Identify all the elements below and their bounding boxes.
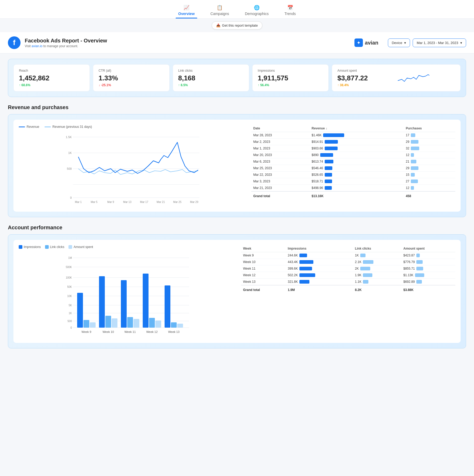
- purchases-bar: [411, 179, 418, 183]
- week-label: Week 10: [241, 259, 286, 265]
- nav-item-overview[interactable]: 📈Overview: [176, 3, 197, 18]
- amount-spent-value: $776.79: [401, 259, 455, 265]
- revenue-bar: [325, 166, 333, 170]
- link-clicks-value: 2K: [353, 265, 401, 272]
- amount-spent-value: $423.87: [401, 252, 455, 259]
- facebook-icon: f: [8, 36, 21, 49]
- revenue-date: Mar 22, 2023: [251, 172, 310, 178]
- svg-text:Mar 1: Mar 1: [75, 201, 82, 203]
- revenue-value: $903.66: [309, 145, 404, 152]
- date-range-label: Mar 1, 2023 - Mar 31, 2023: [417, 41, 458, 45]
- purchases-value: 12: [404, 185, 455, 192]
- revenue-bar: [323, 133, 344, 137]
- account-panel: ImpressionsLink clicksAmount spent: [8, 234, 466, 348]
- kpi-card-ctr-(all): CTR (all) 1.33% ↓ -25.1%: [93, 64, 169, 91]
- sparkline-svg: [372, 71, 455, 85]
- demographics-nav-icon: 🌐: [254, 5, 260, 11]
- revenue-date: Mar 25, 2023: [251, 165, 310, 172]
- revenue-bar: [325, 160, 334, 163]
- purchases-value: 27: [404, 178, 455, 185]
- revenue-value: $518.71: [309, 178, 404, 185]
- grand-total-row: Grand total $13.16K 458: [251, 191, 455, 199]
- purchases-bar: [411, 140, 418, 144]
- revenue-value: $890: [309, 152, 404, 158]
- legend-line-dashed: [45, 127, 51, 127]
- kpi-change: ↑ 68.6%: [19, 83, 84, 87]
- grand-total-spent: $3.88K: [401, 285, 455, 293]
- kpi-change: ↓ -25.1%: [98, 83, 164, 87]
- spent-bar: [416, 267, 423, 270]
- kpi-change: ↑ 38.4%: [337, 83, 368, 87]
- grand-total-label: Grand total: [241, 285, 286, 293]
- revenue-value: $498.96: [309, 185, 404, 192]
- nav-item-campaigns[interactable]: 📋Campaigns: [208, 3, 232, 18]
- svg-text:Mar 21: Mar 21: [157, 201, 165, 203]
- revenue-bar: [325, 173, 332, 177]
- svg-text:500: 500: [67, 167, 72, 170]
- table-row: Week 11 399.6K 2K $855.71: [241, 265, 455, 272]
- account-table-header: Impressions: [286, 245, 353, 252]
- nav-item-demographics[interactable]: 🌐Demographics: [242, 3, 271, 18]
- impressions-value: 321.8K: [286, 279, 353, 285]
- date-range-dropdown[interactable]: Mar 1, 2023 - Mar 31, 2023 ▾: [413, 38, 466, 47]
- legend-dot: [19, 245, 22, 249]
- link-clicks-value: 2.1K: [353, 259, 401, 265]
- kpi-value: 8,168: [178, 74, 244, 82]
- nav-item-trends[interactable]: 📅Trends: [282, 3, 298, 18]
- account-table-header: Week: [241, 245, 286, 252]
- purchases-bar: [411, 173, 415, 177]
- overview-nav-icon: 📈: [184, 5, 189, 11]
- amount-spent-value: $855.71: [401, 265, 455, 272]
- avian-logo-icon: ✦: [354, 38, 363, 47]
- revenue-date: Mar 6, 2023: [251, 158, 310, 165]
- report-subtitle: Visit avian.io to manage your account.: [25, 44, 345, 48]
- kpi-label: CTR (all): [98, 69, 164, 72]
- grand-total-impressions: 1.9M: [286, 285, 353, 293]
- template-button-label: Get this report template: [222, 23, 258, 27]
- demographics-nav-label: Demographics: [245, 12, 269, 16]
- svg-text:5K: 5K: [69, 304, 72, 307]
- svg-text:0: 0: [70, 326, 72, 329]
- impressions-bar: [299, 273, 315, 277]
- chevron-down-icon: ▾: [404, 41, 406, 45]
- revenue-chart-area: Revenue Revenue (previous 31 days): [19, 125, 243, 206]
- device-dropdown[interactable]: Device ▾: [388, 38, 410, 47]
- grand-total-clicks: 8.2K: [353, 285, 401, 293]
- device-label: Device: [392, 41, 402, 45]
- link-clicks-value: 1.9K: [353, 272, 401, 279]
- svg-text:50K: 50K: [67, 285, 72, 288]
- revenue-bar: [325, 147, 338, 150]
- legend-line-solid: [19, 127, 25, 127]
- svg-rect-38: [99, 276, 105, 328]
- account-legend-item: Amount spent: [68, 245, 93, 249]
- revenue-value: $914.91: [309, 139, 404, 145]
- template-button[interactable]: 📥 Get this report template: [212, 21, 262, 30]
- revenue-table-area: DateRevenue ↓Purchases Mar 28, 2023 $1.4…: [251, 125, 455, 206]
- purchases-value: 12: [404, 152, 455, 158]
- avian-link[interactable]: avian.io: [32, 44, 42, 48]
- revenue-bar: [325, 140, 338, 144]
- purchases-bar: [411, 166, 418, 170]
- impressions-bar: [299, 280, 309, 284]
- grand-total-row: Grand total 1.9M 8.2K $3.88K: [241, 285, 455, 293]
- spent-bar: [415, 273, 424, 277]
- svg-rect-37: [90, 322, 96, 328]
- impressions-value: 244.6K: [286, 252, 353, 259]
- clicks-bar: [360, 267, 370, 270]
- table-row: Mar 2, 2023 $914.91 29: [251, 139, 455, 145]
- revenue-table-header: Date: [251, 125, 310, 132]
- revenue-date: Mar 20, 2023: [251, 152, 310, 158]
- svg-text:10K: 10K: [67, 295, 72, 298]
- svg-rect-36: [83, 320, 89, 328]
- week-label: Week 9: [241, 252, 286, 259]
- svg-rect-35: [77, 293, 83, 328]
- table-row: Week 10 443.4K 2.1K $776.79: [241, 259, 455, 265]
- revenue-panel: Revenue Revenue (previous 31 days): [8, 114, 466, 217]
- revenue-value: $1.46K: [309, 132, 404, 139]
- svg-text:Week 11: Week 11: [124, 330, 136, 333]
- week-label: Week 11: [241, 265, 286, 272]
- template-banner: 📥 Get this report template: [0, 19, 474, 32]
- account-chart-legend: ImpressionsLink clicksAmount spent: [19, 245, 233, 249]
- table-row: Mar 6, 2023 $613.74 21: [251, 158, 455, 165]
- purchases-value: 29: [404, 139, 455, 145]
